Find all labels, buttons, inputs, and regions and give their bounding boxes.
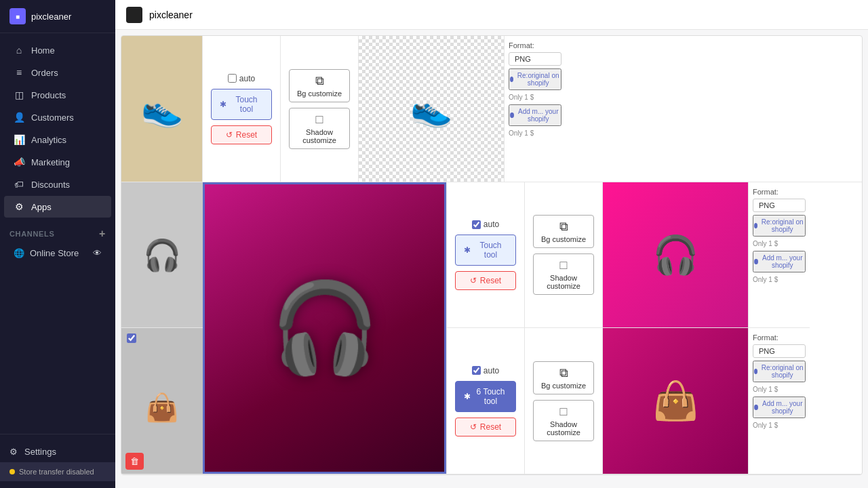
apps-icon: ⚙ — [14, 201, 24, 212]
auto-label-2a: auto — [484, 220, 499, 229]
sidebar-item-label: Discounts — [31, 180, 70, 190]
sidebar-item-label: Home — [31, 45, 55, 56]
auto-checkbox-1[interactable]: auto — [228, 74, 255, 83]
result-bag-image: 👜 — [652, 379, 699, 423]
shadow-icon-2b: □ — [560, 405, 568, 419]
sidebar-item-home[interactable]: ⌂ Home — [4, 39, 111, 61]
auto-checkbox-2b[interactable]: auto — [472, 366, 499, 375]
add-shopify-button-1[interactable]: Add m... your shopify — [509, 104, 561, 126]
touch-tool-button-2a[interactable]: ✱ Touch tool — [455, 235, 516, 266]
reset-icon-2a: ↺ — [470, 276, 477, 285]
settings-item[interactable]: ⚙ Settings — [0, 441, 115, 462]
delete-button-2b[interactable]: 🗑 — [125, 453, 144, 470]
app-title: pixcleaner — [149, 9, 193, 20]
touch-tool-button-1[interactable]: ✱ Touch tool — [211, 89, 272, 120]
transfer-status-dot — [9, 469, 15, 474]
sidebar-item-customers[interactable]: 👤 Customers — [4, 106, 111, 128]
format-badge-2b: PNG — [753, 344, 806, 358]
sidebar-nav: ⌂ Home ≡ Orders ◫ Products 👤 Customers 📊… — [0, 33, 115, 434]
sidebar-item-label: Marketing — [31, 157, 70, 167]
result-2a: 🎧 — [603, 182, 748, 328]
add-label-1: Add m... your shopify — [517, 108, 561, 123]
content-area: 👟 auto ✱ Touch tool ↺ Reset — [115, 30, 868, 488]
sidebar-item-label: Customers — [31, 113, 74, 123]
original-thumb-2b: 👜 🗑 — [121, 328, 203, 474]
add-button-2b[interactable]: Add m... your shopify — [753, 396, 806, 418]
settings-icon: ⚙ — [9, 447, 18, 457]
sidebar-item-label: Apps — [31, 202, 52, 212]
auto-input-1[interactable] — [228, 74, 237, 83]
bg-icon-2a: ⧉ — [559, 220, 568, 234]
store-transfer-text: Store transfer disabled — [19, 468, 94, 476]
replicate-button-2b[interactable]: Re:original on shopify — [753, 361, 806, 382]
result-col-2: 🎧 👜 — [603, 182, 749, 474]
app-logo-icon: ■ — [9, 8, 26, 24]
checkbox-thumb-2b[interactable] — [127, 333, 136, 343]
auto-input-2a[interactable] — [472, 220, 481, 229]
result-headphone-image: 🎧 — [652, 233, 699, 277]
auto-label-2b: auto — [484, 366, 499, 375]
store-transfer-banner: Store transfer disabled — [0, 462, 115, 481]
touch-icon-1: ✱ — [220, 100, 226, 109]
shadow-customize-button-1[interactable]: □ Shadow customize — [289, 108, 350, 149]
sidebar-item-label: Analytics — [31, 135, 66, 145]
reset-button-1[interactable]: ↺ Reset — [211, 125, 272, 144]
auto-label-1: auto — [239, 74, 255, 83]
product-row-2-expanded: 🎧 👜 🗑 🎧 — [121, 182, 862, 474]
product-row-1: 👟 auto ✱ Touch tool ↺ Reset — [121, 36, 862, 182]
sidebar-item-analytics[interactable]: 📊 Analytics — [4, 129, 111, 150]
format-2b: Format: PNG Re:original on shopify Only … — [749, 328, 810, 474]
online-store-label: Online Store — [30, 248, 79, 258]
reset-button-2b[interactable]: ↺ Reset — [455, 418, 516, 436]
dot-3 — [754, 223, 757, 228]
sidebar-item-marketing[interactable]: 📣 Marketing — [4, 151, 111, 173]
add-label-2a: Add m... your shopify — [761, 254, 805, 269]
online-store-icon: 🌐 — [14, 248, 24, 258]
sidebar: ■ pixcleaner ⌂ Home ≡ Orders ◫ Products … — [0, 0, 115, 488]
original-thumb-1: 👟 — [121, 36, 203, 182]
auto-input-2b[interactable] — [472, 366, 481, 375]
original-thumb-2a: 🎧 — [121, 182, 203, 328]
format-label-1: Format: — [509, 41, 561, 49]
controls-2a: auto ✱ Touch tool ↺ Reset — [447, 182, 524, 328]
bg-2b: ⧉ Bg customize □ Shadow customize — [525, 328, 602, 474]
sidebar-item-orders[interactable]: ≡ Orders — [4, 62, 111, 83]
sidebar-item-apps[interactable]: ⚙ Apps — [4, 196, 111, 218]
bg-customize-button-2b[interactable]: ⧉ Bg customize — [533, 361, 594, 394]
shadow-customize-button-2b[interactable]: □ Shadow customize — [533, 400, 594, 441]
sidebar-item-discounts[interactable]: 🏷 Discounts — [4, 174, 111, 195]
add-button-2a[interactable]: Add m... your shopify — [753, 251, 806, 272]
bg-icon-1: ⧉ — [315, 74, 324, 88]
format-badge-1: PNG — [509, 52, 561, 66]
add-channel-button[interactable]: + — [99, 228, 106, 240]
marketing-icon: 📣 — [14, 157, 24, 167]
shadow-customize-button-2a[interactable]: □ Shadow customize — [533, 253, 594, 295]
headphone-image-2a: 🎧 — [143, 237, 181, 273]
sidebar-item-products[interactable]: ◫ Products — [4, 84, 111, 106]
bg-icon-2b: ⧉ — [559, 366, 568, 380]
sidebar-footer: ⚙ Settings Store transfer disabled — [0, 434, 115, 488]
top-bar: pixcleaner — [115, 0, 868, 30]
bg-customize-button-2a[interactable]: ⧉ Bg customize — [533, 215, 594, 248]
orders-icon: ≡ — [14, 67, 24, 78]
original-thumb-col-2: 🎧 👜 🗑 — [121, 182, 203, 474]
auto-checkbox-2a[interactable]: auto — [472, 220, 499, 229]
replicate-button-2a[interactable]: Re:original on shopify — [753, 215, 806, 237]
format-label-2b: Format: — [753, 333, 806, 342]
touch-icon-2b: ✱ — [464, 392, 471, 401]
replicate-label-2a: Re:original on shopify — [760, 218, 804, 233]
eye-icon[interactable]: 👁 — [93, 248, 102, 258]
discounts-icon: 🏷 — [14, 179, 24, 190]
price-3: Only 1 $ — [753, 239, 806, 248]
reset-button-2a[interactable]: ↺ Reset — [455, 271, 516, 290]
price-5: Only 1 $ — [753, 385, 806, 394]
sidebar-item-label: Products — [31, 90, 66, 100]
bg-section-1: ⧉ Bg customize □ Shadow customize — [281, 36, 359, 182]
sidebar-item-label: Orders — [31, 68, 58, 78]
bag-image-2b: 👜 — [145, 392, 179, 424]
replicate-button-1[interactable]: Re:original on shopify — [509, 68, 561, 90]
bg-customize-button-1[interactable]: ⧉ Bg customize — [289, 69, 350, 102]
customers-icon: 👤 — [14, 112, 24, 123]
sidebar-item-online-store[interactable]: 🌐 Online Store 👁 — [4, 243, 111, 263]
touch-tool-button-2b[interactable]: ✱ 6 Touch tool — [455, 381, 516, 412]
